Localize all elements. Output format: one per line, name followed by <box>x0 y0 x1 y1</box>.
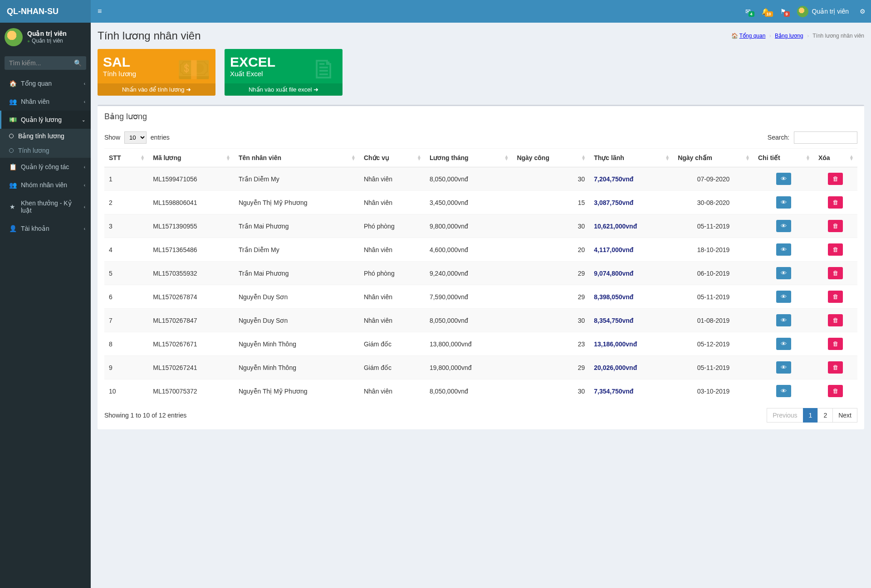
delete-button[interactable] <box>828 220 843 232</box>
length-show-label: Show <box>104 134 120 141</box>
length-entries-label: entries <box>151 134 170 141</box>
table-cell: 15 <box>512 191 589 214</box>
sidebar-item-quanlyluong[interactable]: Quản lý lương ⌄ <box>0 111 91 129</box>
sidebar-item-nhom[interactable]: Nhóm nhân viên ‹ <box>0 176 91 194</box>
table-cell: 3,450,000vnđ <box>425 191 512 214</box>
table-cell: 05-11-2019 <box>673 214 754 238</box>
table-cell: Nhân viên <box>359 191 425 214</box>
sidebar-toggle[interactable] <box>91 7 108 15</box>
user-name: Quản trị viên <box>27 29 67 38</box>
delete-button[interactable] <box>828 243 843 256</box>
table-header[interactable]: Mã lương▲▼ <box>148 149 234 167</box>
table-row: 3ML1571390955Trần Mai PhươngPhó phòng9,8… <box>104 214 857 238</box>
topbar-mail[interactable]: 4 <box>740 8 756 15</box>
trash-icon <box>832 340 838 347</box>
table-header[interactable]: Xóa▲▼ <box>814 149 857 167</box>
datatable-search-input[interactable] <box>794 131 857 144</box>
table-cell: Giám đốc <box>359 356 425 379</box>
sort-icon: ▲▼ <box>665 155 670 160</box>
box-title: Bảng lương <box>98 106 864 127</box>
pagination-page-2[interactable]: 2 <box>817 408 833 423</box>
sidebar-item-nhanvien[interactable]: Nhân viên ‹ <box>0 92 91 111</box>
brand[interactable]: QL-NHAN-SU <box>0 0 91 23</box>
search-icon[interactable] <box>74 59 82 67</box>
table-header[interactable]: Ngày chấm▲▼ <box>673 149 754 167</box>
sidebar-item-khenthuong[interactable]: Khen thưởng - Kỷ luật ‹ <box>0 194 91 219</box>
delete-button[interactable] <box>828 314 843 326</box>
delete-button[interactable] <box>828 361 843 374</box>
sidebar-item-taikhoan[interactable]: Tài khoản ‹ <box>0 219 91 238</box>
breadcrumb-home[interactable]: Tổng quan <box>739 33 766 39</box>
table-cell: 9,240,000vnđ <box>425 262 512 285</box>
table-cell: 05-11-2019 <box>673 285 754 309</box>
card-excel-action[interactable]: Nhấn vào xuất file excel <box>225 83 343 96</box>
table-cell: 29 <box>512 262 589 285</box>
circle-icon <box>9 148 14 153</box>
view-button[interactable] <box>776 361 791 374</box>
pagination-previous[interactable]: Previous <box>767 408 803 423</box>
table-header[interactable]: Chức vụ▲▼ <box>359 149 425 167</box>
table-header[interactable]: STT▲▼ <box>104 149 148 167</box>
eye-icon <box>781 340 787 347</box>
sort-icon: ▲▼ <box>504 155 509 160</box>
table-cell: 03-10-2019 <box>673 379 754 403</box>
topbar-notifications[interactable]: 10 <box>756 8 775 15</box>
view-button[interactable] <box>776 220 791 232</box>
trash-icon <box>832 317 838 324</box>
view-button[interactable] <box>776 173 791 185</box>
table-cell: 01-08-2019 <box>673 309 754 332</box>
table-cell: ML1570267847 <box>148 309 234 332</box>
view-button[interactable] <box>776 314 791 326</box>
table-cell: 8 <box>104 332 148 356</box>
view-button[interactable] <box>776 267 791 279</box>
delete-button[interactable] <box>828 196 843 209</box>
sidebar-item-label: Nhân viên <box>21 98 49 105</box>
sort-icon: ▲▼ <box>745 155 750 160</box>
view-button[interactable] <box>776 291 791 303</box>
table-header[interactable]: Lương tháng▲▼ <box>425 149 512 167</box>
chevron-left-icon: ‹ <box>84 204 85 209</box>
sort-icon: ▲▼ <box>849 155 854 160</box>
delete-button[interactable] <box>828 291 843 303</box>
breadcrumb-mid[interactable]: Bảng lương <box>775 33 803 39</box>
delete-button[interactable] <box>828 267 843 279</box>
sidebar-subitem-bangtinhluong[interactable]: Bảng tính lương <box>0 129 91 143</box>
table-row: 2ML1598806041Nguyễn Thị Mỹ PhươngNhân vi… <box>104 191 857 214</box>
sidebar-item-tongquan[interactable]: Tổng quan ‹ <box>0 74 91 92</box>
table-cell: 7,354,750vnđ <box>589 379 673 403</box>
view-button[interactable] <box>776 385 791 397</box>
topbar-flags[interactable]: 9 <box>775 8 792 15</box>
length-select[interactable]: 10 <box>124 131 147 144</box>
topbar-username: Quản trị viên <box>812 8 849 15</box>
pagination-page-1[interactable]: 1 <box>803 408 818 423</box>
topbar-user[interactable]: Quản trị viên <box>792 6 854 17</box>
topbar-settings[interactable] <box>854 8 871 15</box>
table-cell: 5 <box>104 262 148 285</box>
delete-button[interactable] <box>828 385 843 397</box>
avatar <box>5 28 23 46</box>
chevron-left-icon: ‹ <box>84 226 85 231</box>
sidebar-item-label: Tính lương <box>18 147 49 154</box>
table-cell: 19,800,000vnđ <box>425 356 512 379</box>
table-header[interactable]: Thực lãnh▲▼ <box>589 149 673 167</box>
search-label: Search: <box>768 134 789 141</box>
sort-icon: ▲▼ <box>417 155 421 160</box>
pagination-next[interactable]: Next <box>832 408 857 423</box>
view-button[interactable] <box>776 243 791 256</box>
table-cell: 1 <box>104 167 148 191</box>
dashboard-icon <box>8 80 17 87</box>
breadcrumb-last: Tính lương nhân viên <box>812 33 864 39</box>
table-header[interactable]: Tên nhân viên▲▼ <box>234 149 359 167</box>
sidebar-subitem-tinhluong[interactable]: Tính lương <box>0 143 91 158</box>
delete-button[interactable] <box>828 338 843 350</box>
delete-button[interactable] <box>828 173 843 185</box>
star-icon <box>8 203 17 210</box>
content: SAL Tính lương Nhấn vào để tính lương EX… <box>91 42 871 445</box>
sidebar-item-congtac[interactable]: Quản lý công tác ‹ <box>0 158 91 176</box>
view-button[interactable] <box>776 196 791 209</box>
view-button[interactable] <box>776 338 791 350</box>
sidebar-item-label: Khen thưởng - Kỷ luật <box>21 199 84 214</box>
table-header[interactable]: Ngày công▲▼ <box>512 149 589 167</box>
table-cell: Trần Diễm My <box>234 238 359 262</box>
table-header[interactable]: Chi tiết▲▼ <box>754 149 814 167</box>
